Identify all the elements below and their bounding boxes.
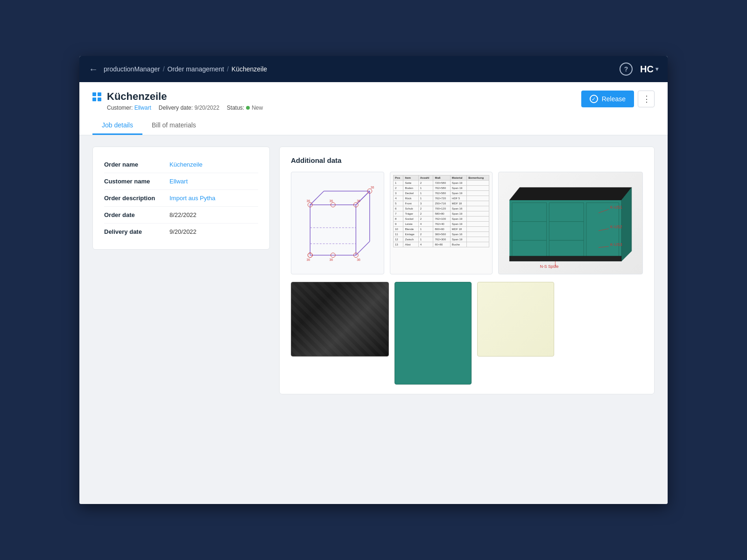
breadcrumb-sep-1: / — [163, 65, 165, 73]
svg-marker-24 — [509, 188, 632, 200]
breadcrumb-item-om[interactable]: Order management — [168, 65, 224, 73]
svg-line-4 — [356, 191, 369, 204]
svg-text:36: 36 — [371, 185, 374, 189]
label-order-name: Order name — [104, 161, 169, 168]
svg-text:N-S Spüle: N-S Spüle — [540, 264, 559, 269]
user-logo[interactable]: HC ▾ — [640, 64, 658, 75]
breadcrumb: productionManager / Order management / K… — [104, 65, 267, 73]
info-row-order-description: Order description Import aus Pytha — [104, 190, 258, 207]
grid-icon — [92, 92, 101, 101]
page-title-section: Küchenzeile Customer: Ellwart Delivery d… — [92, 91, 263, 111]
cabinet-render-svg: K-US1 K-US2 K-US3 N-S Spüle — [499, 172, 642, 274]
release-button[interactable]: ✓ Release — [581, 91, 634, 107]
content-area: Order name Küchenzeile Customer name Ell… — [79, 135, 668, 406]
page-meta: Customer: Ellwart Delivery date: 9/20/20… — [107, 105, 263, 111]
info-row-order-name: Order name Küchenzeile — [104, 156, 258, 173]
swatch-dark-stone — [291, 282, 389, 357]
svg-rect-27 — [512, 203, 547, 259]
header-actions: ✓ Release ⋮ — [581, 91, 655, 107]
value-customer-name: Ellwart — [169, 178, 188, 185]
breadcrumb-item-pm[interactable]: productionManager — [104, 65, 160, 73]
svg-text:36: 36 — [357, 258, 360, 261]
svg-text:K-US2: K-US2 — [610, 224, 622, 229]
svg-text:K-US1: K-US1 — [610, 205, 622, 210]
svg-text:36: 36 — [329, 199, 333, 203]
render-image: K-US1 K-US2 K-US3 N-S Spüle — [498, 172, 643, 274]
back-button[interactable]: ← — [89, 64, 98, 75]
release-check-icon: ✓ — [590, 95, 598, 103]
left-panel: Order name Küchenzeile Customer name Ell… — [92, 147, 270, 394]
swatch-cream — [477, 282, 554, 357]
info-row-order-date: Order date 8/22/2022 — [104, 207, 258, 224]
blueprint-image: 36 36 36 36 36 — [291, 172, 384, 274]
status-dot — [246, 106, 250, 110]
more-options-button[interactable]: ⋮ — [638, 91, 655, 107]
svg-marker-26 — [621, 188, 632, 261]
label-order-description: Order description — [104, 195, 169, 202]
swatch-teal — [395, 282, 472, 385]
images-row-bottom — [291, 282, 643, 385]
order-info-card: Order name Küchenzeile Customer name Ell… — [92, 147, 270, 250]
label-order-date: Order date — [104, 211, 169, 218]
tab-job-details[interactable]: Job details — [92, 117, 142, 135]
value-order-description: Import aus Pytha — [169, 195, 215, 202]
additional-data-card: Additional data — [279, 147, 655, 394]
page-header: Küchenzeile Customer: Ellwart Delivery d… — [79, 82, 668, 135]
svg-text:36: 36 — [306, 258, 310, 261]
images-row-top: 36 36 36 36 36 — [291, 172, 643, 274]
breadcrumb-current: Küchenzeile — [232, 65, 267, 73]
status-badge: Status: New — [227, 105, 263, 111]
value-order-name: Küchenzeile — [169, 161, 203, 168]
breadcrumb-sep-2: / — [227, 65, 229, 73]
page-title: Küchenzeile — [107, 91, 263, 103]
svg-rect-0 — [310, 205, 356, 255]
label-customer-name: Customer name — [104, 178, 169, 185]
tabs: Job details Bill of materials — [92, 117, 655, 135]
svg-text:36: 36 — [357, 199, 360, 203]
right-panel: Additional data — [279, 147, 655, 394]
svg-text:36: 36 — [306, 199, 310, 203]
svg-line-1 — [310, 191, 324, 204]
svg-text:36: 36 — [329, 258, 333, 261]
svg-line-5 — [356, 241, 369, 255]
info-row-delivery-date: Delivery date 9/20/2022 — [104, 224, 258, 240]
app-window: ← productionManager / Order management /… — [79, 56, 668, 504]
svg-rect-29 — [586, 203, 619, 259]
svg-rect-28 — [549, 203, 584, 259]
svg-text:K-US3: K-US3 — [610, 242, 622, 247]
blueprint-svg: 36 36 36 36 36 — [296, 177, 379, 269]
top-nav: ← productionManager / Order management /… — [79, 56, 668, 82]
value-order-date: 8/22/2022 — [169, 211, 197, 218]
main-content: Küchenzeile Customer: Ellwart Delivery d… — [79, 82, 668, 504]
additional-data-title: Additional data — [291, 156, 643, 164]
specs-image: PosItemAnzahlMaßMaterialBemerkung 1Seite… — [390, 172, 493, 274]
delivery-meta: Delivery date: 9/20/2022 — [159, 105, 219, 111]
tab-bill-of-materials[interactable]: Bill of materials — [142, 117, 205, 135]
nav-right: ? HC ▾ — [620, 63, 658, 76]
help-icon[interactable]: ? — [620, 63, 633, 76]
info-row-customer-name: Customer name Ellwart — [104, 173, 258, 190]
images-grid: 36 36 36 36 36 — [291, 172, 643, 385]
svg-rect-34 — [509, 256, 621, 261]
value-delivery-date: 9/20/2022 — [169, 228, 197, 235]
customer-meta: Customer: Ellwart — [107, 105, 151, 111]
label-delivery-date: Delivery date — [104, 228, 169, 235]
nav-left: ← productionManager / Order management /… — [89, 64, 267, 75]
